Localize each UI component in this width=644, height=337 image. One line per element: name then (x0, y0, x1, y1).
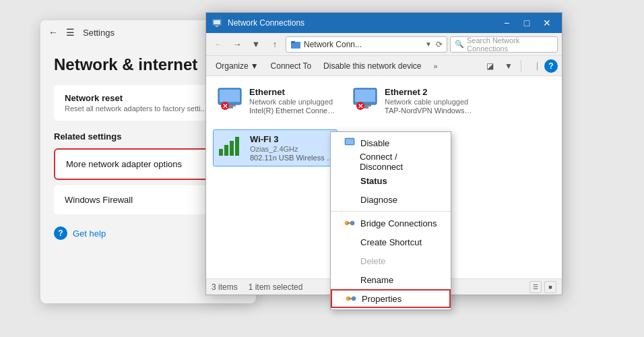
svg-rect-19 (224, 145, 228, 156)
ethernet1-info: Ethernet Network cable unplugged Intel(R… (249, 87, 337, 115)
ctx-bridge[interactable]: Bridge Connections (331, 214, 451, 233)
organize-button[interactable]: Organize ▼ (210, 59, 264, 73)
statusbar-items-count: 3 items (212, 282, 238, 292)
statusbar-view-controls: ☰ ■ (529, 281, 556, 293)
svg-rect-26 (347, 222, 352, 224)
disable-device-button[interactable]: Disable this network device (318, 59, 426, 73)
more-toolbar-button[interactable]: » (428, 59, 443, 73)
statusbar-selected-count: 1 item selected (249, 282, 303, 292)
ethernet2-icon: ✕ (352, 87, 379, 111)
maximize-button[interactable]: □ (517, 16, 536, 30)
help-button[interactable]: ? (544, 59, 558, 73)
address-box[interactable]: Network Conn... ▼ ⟳ (286, 36, 447, 53)
adapter-ethernet1[interactable]: ✕ Ethernet Network cable unplugged Intel… (213, 83, 337, 119)
statusbar-list-view[interactable]: ☰ (529, 281, 542, 293)
hamburger-menu[interactable]: ☰ (66, 27, 75, 38)
get-help-text: Get help (73, 228, 106, 239)
details-pane-button[interactable]: ⎹ (525, 59, 542, 73)
address-folder-icon (290, 39, 301, 50)
svg-rect-5 (291, 41, 295, 43)
view-options-button[interactable]: ▼ (501, 59, 517, 73)
wifi3-driver: 802.11n USB Wireless LAN... (250, 154, 337, 162)
wifi3-icon (218, 134, 245, 158)
toolbar-divider (521, 60, 521, 72)
ctx-separator1 (331, 211, 451, 212)
svg-rect-7 (220, 90, 240, 102)
toolbar-right: ◪ ▼ ⎹ ? (482, 59, 558, 73)
properties-icon (346, 293, 356, 304)
address-bar: ← → ▼ ↑ Network Conn... ▼ ⟳ 🔍 Search Net… (206, 33, 562, 56)
ctx-properties[interactable]: Properties (331, 289, 451, 308)
minimize-button[interactable]: − (497, 16, 516, 30)
ctx-diagnose[interactable]: Diagnose (331, 190, 451, 209)
ctx-status[interactable]: Status (331, 171, 451, 190)
ethernet2-info: Ethernet 2 Network cable unplugged TAP-N… (385, 87, 472, 115)
svg-rect-18 (219, 149, 223, 156)
settings-title: Settings (83, 28, 115, 38)
ethernet1-icon: ✕ (217, 87, 244, 111)
ethernet2-status: Network cable unplugged (385, 98, 472, 106)
close-button[interactable]: ✕ (538, 16, 556, 30)
svg-rect-1 (214, 20, 220, 24)
view-toggle-button[interactable]: ◪ (482, 59, 498, 73)
ethernet1-icon-container: ✕ (217, 87, 244, 114)
ctx-rename[interactable]: Rename (331, 270, 451, 289)
context-menu: Disable Connect / Disconnect Status Diag… (330, 131, 451, 310)
svg-text:✕: ✕ (222, 102, 228, 110)
wifi3-name: Wi-Fi 3 (250, 134, 337, 144)
svg-rect-23 (346, 139, 354, 144)
titlebar-buttons: − □ ✕ (497, 16, 556, 30)
search-placeholder: Search Network Connections (467, 36, 553, 53)
get-help-icon: ? (54, 226, 67, 240)
svg-text:✕: ✕ (358, 102, 363, 110)
recent-nav-button[interactable]: ▼ (248, 36, 264, 53)
wifi3-info: Wi-Fi 3 Ozias_2.4GHz 802.11n USB Wireles… (250, 134, 337, 162)
wifi3-icon-container (218, 134, 245, 161)
ctx-create-shortcut[interactable]: Create Shortcut (331, 233, 451, 251)
adapter-ethernet2[interactable]: ✕ Ethernet 2 Network cable unplugged TAP… (348, 83, 473, 119)
address-chevron[interactable]: ▼ (425, 40, 432, 48)
ethernet2-name: Ethernet 2 (385, 87, 472, 97)
toolbar: Organize ▼ Connect To Disable this netwo… (206, 56, 562, 76)
back-button[interactable]: ← (49, 27, 58, 38)
disable-icon (344, 137, 355, 148)
titlebar-app-icon (212, 18, 222, 28)
svg-rect-13 (355, 90, 375, 102)
ctx-delete: Delete (331, 251, 451, 270)
search-box[interactable]: 🔍 Search Network Connections (450, 36, 558, 53)
statusbar-grid-view[interactable]: ■ (544, 281, 556, 293)
forward-nav-button[interactable]: → (229, 36, 245, 53)
connect-to-button[interactable]: Connect To (265, 59, 317, 73)
back-nav-button[interactable]: ← (210, 36, 226, 53)
svg-rect-21 (235, 137, 239, 156)
svg-rect-3 (216, 26, 218, 27)
ethernet1-status: Network cable unplugged (249, 98, 337, 106)
search-icon: 🔍 (455, 40, 464, 49)
ctx-disable[interactable]: Disable (331, 133, 451, 152)
ethernet2-driver: TAP-NordVPN Windows Adapter ... (385, 106, 472, 115)
bridge-icon (344, 218, 355, 228)
wifi3-status: Ozias_2.4GHz (250, 145, 337, 153)
ethernet2-icon-container: ✕ (352, 87, 379, 114)
svg-rect-29 (348, 298, 354, 299)
netconn-titlebar: Network Connections − □ ✕ (206, 13, 562, 33)
refresh-button[interactable]: ⟳ (436, 40, 443, 49)
address-text: Network Conn... (304, 40, 422, 49)
ethernet1-name: Ethernet (249, 87, 337, 97)
ctx-connect-disconnect[interactable]: Connect / Disconnect (331, 152, 451, 171)
svg-rect-20 (230, 141, 234, 156)
adapter-wifi3[interactable]: Wi-Fi 3 Ozias_2.4GHz 802.11n USB Wireles… (213, 129, 337, 166)
netconn-title: Network Connections (228, 18, 492, 28)
up-nav-button[interactable]: ↑ (267, 36, 283, 53)
ethernet1-driver: Intel(R) Ethernet Connection I217... (249, 106, 337, 115)
